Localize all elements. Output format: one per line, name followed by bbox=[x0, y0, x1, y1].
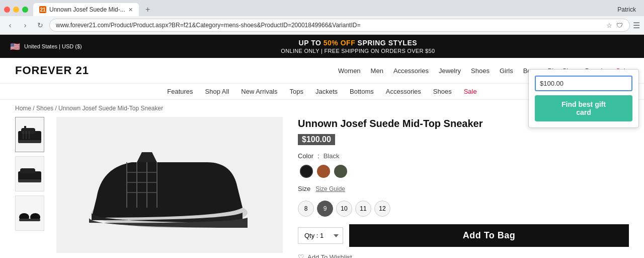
browser-chrome: 21 Unnown Josef Suede Mid-... ✕ + Patric… bbox=[0, 0, 644, 35]
minimize-window-button[interactable] bbox=[13, 7, 19, 13]
tab-title: Unnown Josef Suede Mid-... bbox=[49, 6, 125, 13]
nav-girls[interactable]: Girls bbox=[500, 67, 513, 75]
breadcrumb-shoes[interactable]: Shoes bbox=[36, 105, 53, 112]
color-row: Color : Black bbox=[298, 152, 629, 160]
subnav-sale[interactable]: Sale bbox=[464, 88, 477, 95]
address-bar-row: ‹ › ↻ www.forever21.com/Product/Product.… bbox=[0, 16, 644, 34]
subnav-accessories[interactable]: Accessories bbox=[386, 88, 421, 95]
subnav-shoes[interactable]: Shoes bbox=[433, 88, 452, 95]
color-swatches bbox=[300, 165, 629, 178]
new-tab-button[interactable]: + bbox=[142, 4, 154, 16]
breadcrumb-home[interactable]: Home bbox=[15, 105, 31, 112]
browser-tab[interactable]: 21 Unnown Josef Suede Mid-... ✕ bbox=[33, 3, 139, 16]
tab-close-icon[interactable]: ✕ bbox=[128, 7, 133, 13]
tab-favicon: 21 bbox=[39, 6, 46, 13]
thumb-shoe-img-3 bbox=[17, 200, 42, 227]
size-row: Size Size Guide bbox=[298, 185, 629, 192]
svg-rect-8 bbox=[20, 168, 35, 173]
size-guide-link[interactable]: Size Guide bbox=[315, 185, 345, 192]
subnav-bottoms[interactable]: Bottoms bbox=[350, 88, 374, 95]
banner: 🇺🇸 United States | USD ($) UP TO 50% OFF… bbox=[0, 35, 644, 58]
svg-rect-9 bbox=[18, 179, 41, 182]
maximize-window-button[interactable] bbox=[22, 7, 28, 13]
gift-card-input[interactable] bbox=[535, 76, 632, 91]
color-swatch-olive[interactable] bbox=[334, 165, 347, 178]
svg-rect-3 bbox=[24, 126, 26, 130]
extension-icon[interactable]: 🛡 bbox=[615, 21, 623, 29]
thumbnail-2[interactable] bbox=[15, 156, 44, 191]
actions-row: Qty : 1 Qty : 2 Qty : 3 Add To Bag bbox=[298, 224, 629, 247]
size-btn-11[interactable]: 11 bbox=[355, 201, 371, 217]
subnav-features[interactable]: Features bbox=[167, 88, 193, 95]
address-icons: ☆ 🛡 bbox=[605, 21, 623, 29]
window-controls bbox=[4, 7, 28, 13]
product-info: Unnown Josef Suede Mid-Top Sneaker $100.… bbox=[293, 117, 629, 258]
nav-women[interactable]: Women bbox=[338, 67, 361, 75]
color-swatch-black[interactable] bbox=[300, 165, 313, 178]
region-label: 🇺🇸 United States | USD ($) bbox=[10, 42, 82, 51]
size-options: 8 9 10 11 12 bbox=[298, 201, 629, 217]
size-btn-12[interactable]: 12 bbox=[374, 201, 390, 217]
svg-rect-2 bbox=[18, 140, 41, 143]
page: 🇺🇸 United States | USD ($) UP TO 50% OFF… bbox=[0, 35, 644, 258]
thumbnail-1[interactable] bbox=[15, 117, 44, 152]
size-btn-10[interactable]: 10 bbox=[336, 201, 352, 217]
size-btn-9[interactable]: 9 bbox=[317, 201, 333, 217]
logo: FOREVER 21 bbox=[15, 64, 89, 77]
subnav-tops[interactable]: Tops bbox=[290, 88, 303, 95]
banner-sub-text: ONLINE ONLY | FREE SHIPPING ON ORDERS OV… bbox=[82, 48, 634, 54]
banner-main-text: UP TO 50% OFF SPRING STYLES bbox=[82, 39, 634, 47]
size-label: Size bbox=[298, 185, 310, 192]
breadcrumb-current: Unnown Josef Suede Mid-Top Sneaker bbox=[58, 105, 163, 112]
banner-discount: 50% OFF bbox=[324, 39, 355, 47]
address-bar[interactable]: www.forever21.com/Product/Product.aspx?B… bbox=[49, 19, 630, 32]
color-value: Black bbox=[324, 152, 340, 160]
main-shoe-svg bbox=[56, 117, 283, 253]
forward-button[interactable]: › bbox=[19, 19, 31, 31]
nav-jewelry[interactable]: Jewelry bbox=[439, 67, 461, 75]
thumbnail-3[interactable] bbox=[15, 196, 44, 231]
thumbnail-list bbox=[15, 117, 46, 258]
wishlist-row[interactable]: ♡ Add To Wishlist bbox=[298, 253, 629, 258]
product-price: $100.00 bbox=[298, 134, 335, 145]
color-swatch-brown[interactable] bbox=[317, 165, 330, 178]
bookmark-icon[interactable]: ☆ bbox=[605, 21, 613, 29]
nav-shoes[interactable]: Shoes bbox=[471, 67, 490, 75]
color-label: Color bbox=[298, 152, 313, 160]
subnav-new-arrivals[interactable]: New Arrivals bbox=[241, 88, 277, 95]
find-gift-card-button[interactable]: Find best giftcard bbox=[535, 95, 632, 121]
quantity-select[interactable]: Qty : 1 Qty : 2 Qty : 3 bbox=[298, 227, 343, 244]
add-to-bag-button[interactable]: Add To Bag bbox=[349, 224, 629, 247]
reload-button[interactable]: ↻ bbox=[34, 19, 46, 31]
gift-card-popup: Find best giftcard bbox=[528, 69, 639, 128]
nav-men[interactable]: Men bbox=[371, 67, 383, 75]
browser-menu-icon[interactable]: ☰ bbox=[633, 21, 640, 30]
url-text: www.forever21.com/Product/Product.aspx?B… bbox=[56, 22, 605, 29]
user-label: Patrick bbox=[617, 6, 640, 13]
back-button[interactable]: ‹ bbox=[4, 19, 16, 31]
close-window-button[interactable] bbox=[4, 7, 10, 13]
wishlist-label: Add To Wishlist bbox=[307, 253, 352, 259]
size-btn-8[interactable]: 8 bbox=[298, 201, 314, 217]
main-product-image bbox=[56, 117, 283, 253]
heart-icon: ♡ bbox=[298, 253, 304, 258]
thumb-shoe-img-1 bbox=[17, 121, 42, 149]
product-area: Unnown Josef Suede Mid-Top Sneaker $100.… bbox=[0, 117, 644, 258]
svg-rect-12 bbox=[19, 219, 40, 221]
subnav-shop-all[interactable]: Shop All bbox=[205, 88, 229, 95]
tab-bar: 21 Unnown Josef Suede Mid-... ✕ + Patric… bbox=[0, 0, 644, 16]
thumb-shoe-img-2 bbox=[17, 160, 42, 188]
nav-accessories[interactable]: Accessories bbox=[393, 67, 429, 75]
subnav-jackets[interactable]: Jackets bbox=[315, 88, 338, 95]
